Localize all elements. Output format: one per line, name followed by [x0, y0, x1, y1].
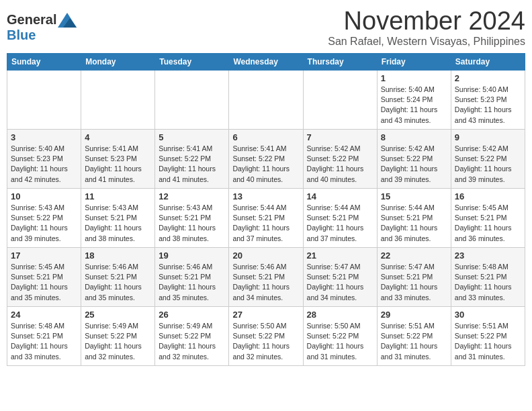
- day-info: Sunrise: 5:44 AM Sunset: 5:21 PM Dayligh…: [307, 203, 373, 244]
- day-number: 7: [307, 132, 373, 142]
- day-info: Sunrise: 5:42 AM Sunset: 5:22 PM Dayligh…: [455, 144, 521, 185]
- day-info: Sunrise: 5:42 AM Sunset: 5:22 PM Dayligh…: [381, 144, 447, 185]
- day-number: 26: [159, 310, 225, 320]
- day-number: 19: [159, 250, 225, 261]
- col-header-monday: Monday: [81, 54, 155, 71]
- calendar-cell: 22Sunrise: 5:47 AM Sunset: 5:21 PM Dayli…: [377, 248, 451, 307]
- col-header-friday: Friday: [377, 54, 451, 71]
- day-number: 13: [232, 191, 299, 201]
- location-subtitle: San Rafael, Western Visayas, Philippines: [328, 36, 525, 48]
- col-header-wednesday: Wednesday: [229, 54, 303, 71]
- calendar-cell: 30Sunrise: 5:51 AM Sunset: 5:22 PM Dayli…: [451, 307, 525, 366]
- calendar-cell: 7Sunrise: 5:42 AM Sunset: 5:22 PM Daylig…: [303, 130, 377, 189]
- calendar-cell: 5Sunrise: 5:41 AM Sunset: 5:22 PM Daylig…: [155, 130, 229, 189]
- day-number: 27: [232, 310, 299, 320]
- day-number: 16: [455, 191, 521, 201]
- day-number: 25: [85, 310, 151, 320]
- calendar-cell: 12Sunrise: 5:43 AM Sunset: 5:21 PM Dayli…: [155, 189, 229, 248]
- day-info: Sunrise: 5:40 AM Sunset: 5:23 PM Dayligh…: [455, 85, 521, 126]
- day-number: 14: [307, 191, 373, 201]
- calendar-cell: 20Sunrise: 5:46 AM Sunset: 5:21 PM Dayli…: [229, 248, 303, 307]
- day-number: 5: [159, 132, 225, 142]
- calendar-table: SundayMondayTuesdayWednesdayThursdayFrid…: [7, 53, 525, 366]
- day-number: 3: [11, 132, 77, 142]
- calendar-week-4: 17Sunrise: 5:45 AM Sunset: 5:21 PM Dayli…: [7, 248, 525, 307]
- logo: General Blue: [7, 12, 77, 43]
- calendar-cell: 18Sunrise: 5:46 AM Sunset: 5:21 PM Dayli…: [81, 248, 155, 307]
- day-info: Sunrise: 5:47 AM Sunset: 5:21 PM Dayligh…: [381, 262, 447, 303]
- day-number: 11: [85, 191, 151, 201]
- calendar-cell: 29Sunrise: 5:51 AM Sunset: 5:22 PM Dayli…: [377, 307, 451, 366]
- calendar-cell: [303, 71, 377, 130]
- calendar-cell: [7, 71, 81, 130]
- calendar-cell: 2Sunrise: 5:40 AM Sunset: 5:23 PM Daylig…: [451, 71, 525, 130]
- day-number: 8: [381, 132, 447, 142]
- day-number: 15: [381, 191, 447, 201]
- calendar-week-3: 10Sunrise: 5:43 AM Sunset: 5:22 PM Dayli…: [7, 189, 525, 248]
- day-info: Sunrise: 5:48 AM Sunset: 5:21 PM Dayligh…: [455, 262, 521, 303]
- day-number: 6: [232, 132, 299, 142]
- day-info: Sunrise: 5:43 AM Sunset: 5:22 PM Dayligh…: [11, 203, 77, 244]
- day-number: 24: [11, 310, 77, 320]
- day-number: 21: [307, 250, 373, 261]
- calendar-cell: 21Sunrise: 5:47 AM Sunset: 5:21 PM Dayli…: [303, 248, 377, 307]
- day-info: Sunrise: 5:41 AM Sunset: 5:22 PM Dayligh…: [159, 144, 225, 185]
- calendar-cell: 3Sunrise: 5:40 AM Sunset: 5:23 PM Daylig…: [7, 130, 81, 189]
- logo-icon: [58, 13, 77, 28]
- day-info: Sunrise: 5:46 AM Sunset: 5:21 PM Dayligh…: [232, 262, 299, 303]
- day-info: Sunrise: 5:48 AM Sunset: 5:21 PM Dayligh…: [11, 321, 77, 362]
- day-number: 29: [381, 310, 447, 320]
- day-info: Sunrise: 5:40 AM Sunset: 5:24 PM Dayligh…: [381, 85, 447, 126]
- day-number: 1: [381, 73, 447, 83]
- day-number: 10: [11, 191, 77, 201]
- day-number: 9: [455, 132, 521, 142]
- calendar-cell: 1Sunrise: 5:40 AM Sunset: 5:24 PM Daylig…: [377, 71, 451, 130]
- calendar-cell: 10Sunrise: 5:43 AM Sunset: 5:22 PM Dayli…: [7, 189, 81, 248]
- day-number: 22: [381, 250, 447, 261]
- day-info: Sunrise: 5:51 AM Sunset: 5:22 PM Dayligh…: [381, 321, 447, 362]
- day-number: 2: [455, 73, 521, 83]
- calendar-cell: 9Sunrise: 5:42 AM Sunset: 5:22 PM Daylig…: [451, 130, 525, 189]
- day-info: Sunrise: 5:51 AM Sunset: 5:22 PM Dayligh…: [455, 321, 521, 362]
- day-info: Sunrise: 5:42 AM Sunset: 5:22 PM Dayligh…: [307, 144, 373, 185]
- calendar-cell: 11Sunrise: 5:43 AM Sunset: 5:21 PM Dayli…: [81, 189, 155, 248]
- calendar-cell: 19Sunrise: 5:46 AM Sunset: 5:21 PM Dayli…: [155, 248, 229, 307]
- calendar-week-5: 24Sunrise: 5:48 AM Sunset: 5:21 PM Dayli…: [7, 307, 525, 366]
- calendar-cell: 13Sunrise: 5:44 AM Sunset: 5:21 PM Dayli…: [229, 189, 303, 248]
- calendar-cell: [229, 71, 303, 130]
- calendar-cell: 25Sunrise: 5:49 AM Sunset: 5:22 PM Dayli…: [81, 307, 155, 366]
- day-info: Sunrise: 5:50 AM Sunset: 5:22 PM Dayligh…: [307, 321, 373, 362]
- calendar-cell: 23Sunrise: 5:48 AM Sunset: 5:21 PM Dayli…: [451, 248, 525, 307]
- col-header-tuesday: Tuesday: [155, 54, 229, 71]
- calendar-cell: 28Sunrise: 5:50 AM Sunset: 5:22 PM Dayli…: [303, 307, 377, 366]
- day-number: 18: [85, 250, 151, 261]
- day-info: Sunrise: 5:43 AM Sunset: 5:21 PM Dayligh…: [85, 203, 151, 244]
- calendar-cell: 17Sunrise: 5:45 AM Sunset: 5:21 PM Dayli…: [7, 248, 81, 307]
- calendar-week-2: 3Sunrise: 5:40 AM Sunset: 5:23 PM Daylig…: [7, 130, 525, 189]
- logo-blue-text: Blue: [7, 28, 36, 43]
- day-number: 4: [85, 132, 151, 142]
- month-title: November 2024: [328, 7, 525, 36]
- col-header-sunday: Sunday: [7, 54, 81, 71]
- day-number: 23: [455, 250, 521, 261]
- day-number: 28: [307, 310, 373, 320]
- calendar-cell: 6Sunrise: 5:41 AM Sunset: 5:22 PM Daylig…: [229, 130, 303, 189]
- day-number: 30: [455, 310, 521, 320]
- day-info: Sunrise: 5:49 AM Sunset: 5:22 PM Dayligh…: [85, 321, 151, 362]
- calendar-cell: 16Sunrise: 5:45 AM Sunset: 5:21 PM Dayli…: [451, 189, 525, 248]
- calendar-cell: 14Sunrise: 5:44 AM Sunset: 5:21 PM Dayli…: [303, 189, 377, 248]
- day-info: Sunrise: 5:41 AM Sunset: 5:23 PM Dayligh…: [85, 144, 151, 185]
- calendar-week-1: 1Sunrise: 5:40 AM Sunset: 5:24 PM Daylig…: [7, 71, 525, 130]
- calendar-cell: 8Sunrise: 5:42 AM Sunset: 5:22 PM Daylig…: [377, 130, 451, 189]
- day-info: Sunrise: 5:44 AM Sunset: 5:21 PM Dayligh…: [381, 203, 447, 244]
- calendar-header-row: SundayMondayTuesdayWednesdayThursdayFrid…: [7, 54, 525, 71]
- calendar-cell: 15Sunrise: 5:44 AM Sunset: 5:21 PM Dayli…: [377, 189, 451, 248]
- calendar-cell: [155, 71, 229, 130]
- day-number: 17: [11, 250, 77, 261]
- col-header-saturday: Saturday: [451, 54, 525, 71]
- day-info: Sunrise: 5:46 AM Sunset: 5:21 PM Dayligh…: [159, 262, 225, 303]
- day-info: Sunrise: 5:50 AM Sunset: 5:22 PM Dayligh…: [232, 321, 299, 362]
- logo-general-text: General: [7, 12, 56, 28]
- day-info: Sunrise: 5:45 AM Sunset: 5:21 PM Dayligh…: [455, 203, 521, 244]
- day-info: Sunrise: 5:45 AM Sunset: 5:21 PM Dayligh…: [11, 262, 77, 303]
